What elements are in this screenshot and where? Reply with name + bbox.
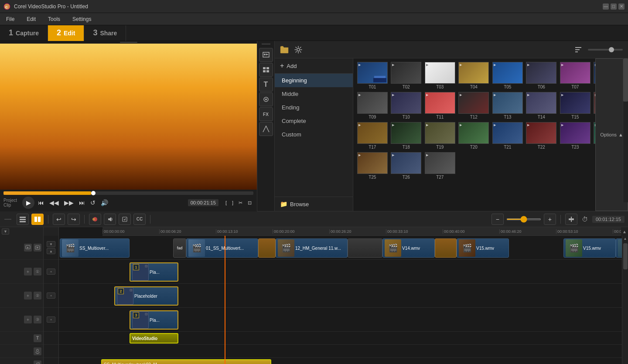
thumb-T13[interactable]: ▶ T13 — [492, 92, 523, 119]
record-button[interactable] — [89, 214, 101, 225]
clip-dark-1[interactable] — [348, 238, 382, 258]
thumb-T12[interactable]: ▶ T12 — [458, 92, 490, 119]
track-view-button[interactable] — [17, 214, 29, 225]
scroll-track-thumb[interactable] — [623, 243, 628, 269]
audio-button[interactable] — [104, 214, 116, 225]
fast-forward-button[interactable]: ⏭ — [77, 198, 87, 207]
repeat-button[interactable]: ↺ — [89, 198, 97, 207]
text-icon[interactable]: T — [259, 78, 273, 92]
thumb-T25[interactable]: ▶ T25 — [357, 152, 388, 180]
thumb-T05[interactable]: ▶ T05 — [492, 62, 523, 89]
thumb-T15[interactable]: ▶ T15 — [560, 92, 591, 119]
split-button[interactable]: ⊡ — [246, 199, 253, 207]
undo-button[interactable]: ↩ — [53, 214, 65, 225]
thumb-T20[interactable]: ▶ T20 — [458, 122, 490, 150]
overlay1-add-button[interactable]: + — [24, 268, 32, 276]
redo-button[interactable]: ↪ — [68, 214, 80, 225]
overlay2-add-button[interactable]: + — [24, 292, 32, 299]
clip-transition-3[interactable] — [435, 238, 457, 258]
thumb-T06[interactable]: ▶ T06 — [526, 62, 557, 89]
step-edit[interactable]: 2 Edit — [48, 25, 84, 41]
step-share[interactable]: 3 Share — [84, 25, 126, 41]
scroll-up-button[interactable]: ▲ — [621, 227, 628, 236]
vertical-track-scrollbar[interactable]: ▲ ▼ — [622, 236, 628, 364]
zoom-out-button[interactable]: − — [491, 214, 504, 225]
thumb-T01[interactable]: ▶ T01 — [357, 62, 388, 89]
close-button[interactable]: ✕ — [618, 3, 625, 10]
sort-icon[interactable] — [572, 44, 584, 56]
thumb-T22[interactable]: ▶ T22 — [526, 122, 557, 150]
overlay3-expand-button[interactable]: + — [47, 316, 55, 323]
clip-ss-multiover-1[interactable]: 🎬 SS_Multiover... — [60, 238, 130, 258]
menu-file[interactable]: File — [3, 14, 17, 24]
category-complete[interactable]: Complete — [275, 114, 353, 128]
smart-proxy-button[interactable] — [119, 214, 131, 225]
progress-bar[interactable] — [3, 191, 253, 195]
clip-overlay1-placeholder[interactable]: 1 ⊡ Pla... — [130, 262, 178, 282]
clip-ss-multiover-2[interactable]: 🎬 01_SS_Multiovert... — [186, 238, 258, 258]
maximize-button[interactable]: □ — [611, 3, 617, 10]
fx-icon[interactable]: FX — [259, 107, 273, 121]
zoom-in-button[interactable]: + — [544, 214, 556, 225]
zoom-slider-input[interactable] — [506, 218, 541, 220]
thumb-T27[interactable]: ▶ T27 — [424, 152, 456, 180]
prev-frame-button[interactable]: ◀◀ — [48, 198, 61, 207]
mark-out-button[interactable]: ] — [230, 199, 235, 207]
category-middle[interactable]: Middle — [275, 87, 353, 101]
clip-music-ss-multioverlay[interactable]: SS_Multioverlay track02_M... — [101, 359, 271, 364]
clip-transition-1[interactable]: fad — [173, 238, 186, 258]
transition-icon[interactable] — [259, 122, 273, 136]
thumb-T19[interactable]: ▶ T19 — [424, 122, 456, 150]
thumb-T04[interactable]: ▶ T04 — [458, 62, 490, 89]
video-collapse-button[interactable]: ▲ — [47, 248, 55, 254]
thumb-T18[interactable]: ▶ T18 — [391, 122, 422, 150]
thumb-T02[interactable]: ▶ T02 — [391, 62, 422, 89]
menu-settings[interactable]: Settings — [70, 14, 94, 24]
rewind-start-button[interactable]: ⏮ — [36, 198, 46, 207]
play-button[interactable]: ▶ — [22, 197, 34, 209]
subtitle-button[interactable]: CC — [133, 214, 146, 225]
graphics-icon[interactable] — [259, 92, 273, 106]
clip-transition-2[interactable] — [258, 238, 276, 258]
folder-icon[interactable] — [278, 44, 290, 56]
minimize-button[interactable]: — — [603, 3, 609, 10]
video-expand-button[interactable]: ▼ — [47, 241, 55, 247]
mark-in-button[interactable]: [ — [224, 199, 229, 207]
category-beginning[interactable]: Beginning — [275, 74, 353, 87]
clip-overlay3-placeholder[interactable]: 3 ⊡ Pla... — [130, 310, 178, 330]
zoom-slider[interactable] — [588, 49, 623, 51]
clip-v14[interactable]: 🎬 V14.wmv — [382, 238, 435, 258]
thumb-T03[interactable]: ▶ T03 — [424, 62, 456, 89]
thumb-T17[interactable]: ▶ T17 — [357, 122, 388, 150]
thumb-T26[interactable]: ▶ T26 — [391, 152, 422, 180]
clip-overlay2-placeholder[interactable]: 2 ⊡ Placeholder — [114, 286, 178, 306]
step-capture[interactable]: 1 Capture — [0, 25, 48, 41]
settings-icon[interactable] — [292, 44, 304, 56]
clip-videostudio-title[interactable]: VideoStudio — [130, 333, 178, 344]
add-button[interactable]: + Add — [275, 58, 353, 74]
clip-v16[interactable]: 🎬 V16.wmv — [616, 238, 622, 258]
progress-thumb[interactable] — [91, 191, 96, 195]
instant-project-icon[interactable] — [259, 63, 273, 77]
media-icon[interactable] — [259, 48, 273, 62]
overlay2-expand-button[interactable]: + — [47, 293, 55, 299]
thumb-T23[interactable]: ▶ T23 — [560, 122, 591, 150]
thumb-T11[interactable]: ▶ T11 — [424, 92, 456, 119]
thumb-T21[interactable]: ▶ T21 — [492, 122, 523, 150]
playhead[interactable] — [225, 236, 225, 364]
browse-button[interactable]: 📁 Browse — [275, 197, 353, 211]
menu-edit[interactable]: Edit — [24, 14, 38, 24]
scroll-up-track-button[interactable]: ▲ — [623, 236, 628, 242]
volume-button[interactable]: 🔊 — [99, 198, 110, 207]
thumb-T14[interactable]: ▶ T14 — [526, 92, 557, 119]
clip-v15-2[interactable]: 🎬 V15.wmv — [563, 238, 616, 258]
storyboard-view-button[interactable] — [31, 214, 44, 225]
thumb-T09[interactable]: ▶ T09 — [357, 92, 388, 119]
category-ending[interactable]: Ending — [275, 101, 353, 114]
vertical-scrollbar[interactable] — [623, 58, 628, 202]
thumb-T10[interactable]: ▶ T10 — [391, 92, 422, 119]
thumb-T07[interactable]: ▶ T07 — [560, 62, 591, 89]
expand-all-button[interactable]: ▼ — [2, 228, 9, 235]
trim-button[interactable]: ✂ — [237, 199, 244, 207]
clip-12hm[interactable]: 🎬 12_HM_General 11.w... — [276, 238, 348, 258]
